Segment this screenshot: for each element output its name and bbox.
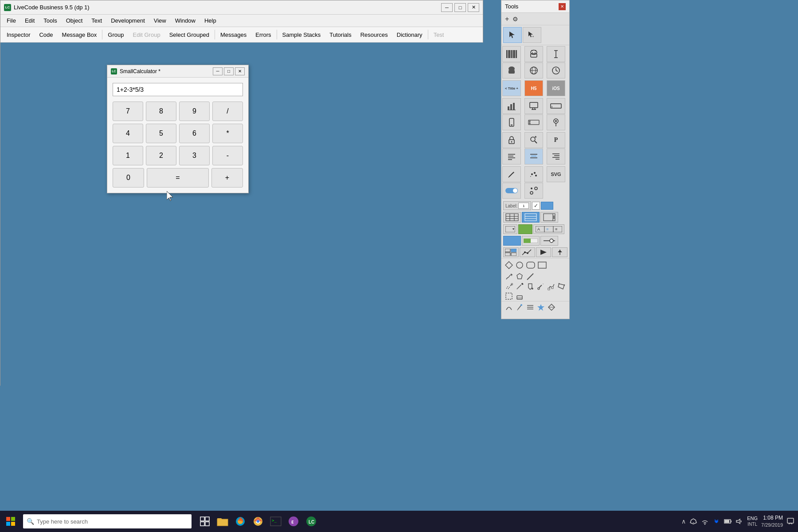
tool-edit-points[interactable] [547, 282, 555, 290]
tool-graph[interactable] [520, 247, 535, 257]
tool-curve[interactable] [505, 303, 513, 311]
tool-scroll[interactable] [540, 212, 558, 223]
taskbar-notification-icon[interactable] [689, 517, 697, 525]
tool-bucket[interactable] [526, 282, 534, 290]
close-button[interactable]: ✕ [468, 3, 479, 12]
toolbar-tutorials[interactable]: Tutorials [325, 27, 356, 42]
tool-align-center[interactable] [524, 149, 543, 164]
tool-dots[interactable] [524, 166, 543, 182]
tool-android[interactable] [524, 46, 543, 62]
tool-dropdown[interactable] [503, 224, 517, 234]
tool-checkbox-widget[interactable]: ✓ [532, 202, 540, 210]
menu-object[interactable]: Object [62, 16, 87, 26]
toolbar-group[interactable]: Group [103, 27, 128, 42]
taskbar-terminal-icon[interactable]: >_ [268, 513, 284, 529]
tools-add-button[interactable]: + [505, 15, 509, 23]
calc-btn-8[interactable]: 8 [146, 102, 176, 121]
calc-btn-9[interactable]: 9 [179, 102, 210, 121]
toolbar-edit-group[interactable]: Edit Group [128, 27, 164, 42]
menu-text[interactable]: Text [87, 16, 106, 26]
tool-ios[interactable]: iOS [547, 80, 565, 96]
tool-list-blue[interactable] [522, 212, 540, 223]
tool-dropper[interactable] [536, 282, 544, 290]
tool-sidebar-arrow[interactable] [552, 247, 567, 257]
toolbar-select-grouped[interactable]: Select Grouped [165, 27, 214, 42]
tool-triangle-right[interactable] [536, 247, 552, 257]
tool-stepper[interactable]: A≡≡ [533, 224, 564, 234]
tool-transform[interactable] [558, 282, 566, 290]
minimize-button[interactable]: ─ [441, 3, 453, 12]
tool-globe[interactable] [524, 63, 543, 78]
tool-clock[interactable] [547, 63, 565, 78]
toolbar-dictionary[interactable]: Dictionary [392, 27, 427, 42]
calc-btn-3[interactable]: 3 [179, 146, 210, 165]
taskbar-purple-app-icon[interactable]: ε [286, 513, 301, 529]
tool-rect-shape[interactable] [538, 262, 547, 269]
tool-barcode[interactable] [502, 46, 521, 62]
tool-slider[interactable] [540, 236, 558, 246]
calc-btn-equals[interactable]: = [147, 168, 209, 188]
calc-btn-add[interactable]: + [211, 168, 243, 188]
tools-close-button[interactable]: ✕ [559, 3, 566, 10]
tool-p-button[interactable]: P [547, 132, 565, 148]
taskbar-language[interactable]: ENG INTL [747, 516, 758, 527]
tool-matrix[interactable] [503, 247, 519, 257]
menu-file[interactable]: File [2, 16, 20, 26]
toolbar-test[interactable]: Test [429, 27, 449, 42]
tool-polygon[interactable] [516, 273, 524, 281]
taskbar-chrome-icon[interactable] [250, 513, 266, 529]
tools-settings-button[interactable]: ⚙ [512, 16, 518, 23]
tool-mobile[interactable] [502, 114, 521, 130]
tool-progress[interactable] [522, 236, 540, 246]
tool-title-label[interactable]: < Title + [502, 80, 521, 96]
toolbar-messages[interactable]: Messages [216, 27, 251, 42]
tool-nodes[interactable] [524, 183, 543, 199]
tool-rect-fill[interactable] [541, 202, 553, 210]
tool-diamond-shape[interactable] [505, 261, 513, 269]
tool-table[interactable] [503, 212, 521, 223]
calc-minimize-button[interactable]: ─ [213, 67, 223, 75]
tool-pointer[interactable] [503, 27, 522, 43]
taskbar-volume-icon[interactable] [735, 517, 743, 525]
tool-pointer-select[interactable]: + [523, 27, 541, 43]
taskbar-search-bar[interactable]: 🔍 Type here to search [23, 514, 192, 528]
tool-pen[interactable] [516, 303, 524, 311]
taskbar-up-arrow-icon[interactable]: ∧ [681, 518, 686, 525]
taskbar-wifi-icon[interactable] [701, 517, 709, 525]
toolbar-errors[interactable]: Errors [251, 27, 275, 42]
taskbar-action-center-icon[interactable] [786, 517, 794, 525]
taskbar-livecode-icon[interactable]: LC [303, 513, 319, 529]
maximize-button[interactable]: □ [454, 3, 466, 12]
menu-edit[interactable]: Edit [20, 16, 39, 26]
tool-label-widget[interactable]: Label: 1 [503, 201, 531, 210]
tool-green-bar[interactable] [518, 224, 532, 234]
tool-align-right[interactable] [547, 149, 565, 164]
tool-toggle[interactable] [502, 183, 521, 199]
tool-line[interactable] [526, 273, 534, 281]
toolbar-code[interactable]: Code [35, 27, 57, 42]
taskbar-battery-icon[interactable] [724, 517, 732, 525]
calc-btn-0[interactable]: 0 [113, 168, 144, 188]
tool-pencil-fine[interactable] [516, 282, 524, 290]
tool-lock[interactable] [502, 132, 521, 148]
tool-align-lines[interactable] [526, 303, 534, 311]
calc-btn-5[interactable]: 5 [146, 124, 176, 143]
calc-maximize-button[interactable]: □ [224, 67, 234, 75]
calc-btn-subtract[interactable]: - [212, 146, 243, 165]
tool-align-left[interactable] [502, 149, 521, 164]
tool-eraser[interactable] [516, 292, 524, 300]
tool-diamond-fill[interactable] [548, 303, 555, 311]
tool-star-fill[interactable] [537, 303, 545, 311]
calc-btn-divide[interactable]: / [212, 102, 243, 121]
tool-pencil[interactable] [502, 166, 521, 182]
calc-btn-multiply[interactable]: * [212, 124, 243, 143]
menu-view[interactable]: View [149, 16, 171, 26]
tool-field[interactable] [547, 98, 565, 114]
tool-freehand[interactable] [505, 273, 513, 281]
tool-rounded-rect-shape[interactable] [526, 262, 535, 269]
toolbar-resources[interactable]: Resources [356, 27, 392, 42]
toolbar-inspector[interactable]: Inspector [2, 27, 35, 42]
calc-btn-1[interactable]: 1 [113, 146, 143, 165]
tool-search[interactable]: ★ [524, 132, 543, 148]
tool-map-pin[interactable] [547, 114, 565, 130]
